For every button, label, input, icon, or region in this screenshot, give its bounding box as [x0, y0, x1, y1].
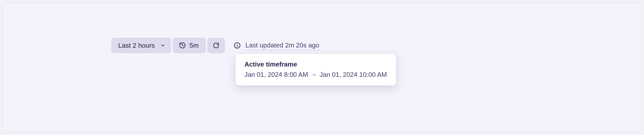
tooltip-range: Jan 01, 2024 8:00 AM → Jan 01, 2024 10:0…: [245, 71, 387, 79]
last-updated-wrap: Last updated 2m 20s ago Active timeframe…: [246, 41, 319, 49]
tooltip-title: Active timeframe: [245, 60, 387, 68]
refresh-interval-selector[interactable]: 5m: [173, 38, 206, 53]
time-range-label: Last 2 hours: [118, 42, 155, 49]
refresh-icon: [212, 42, 220, 49]
arrow-right-icon: →: [311, 71, 317, 79]
chevron-down-icon: [159, 42, 166, 49]
clock-refresh-icon: [179, 42, 186, 49]
last-updated-block: Last updated 2m 20s ago Active timeframe…: [233, 41, 319, 49]
time-range-selector[interactable]: Last 2 hours: [111, 38, 171, 53]
refresh-interval-label: 5m: [190, 42, 199, 49]
info-icon: [233, 42, 241, 49]
timeframe-tooltip: Active timeframe Jan 01, 2024 8:00 AM → …: [235, 54, 396, 86]
time-toolbar: Last 2 hours 5m: [111, 38, 319, 53]
svg-point-2: [237, 44, 237, 44]
page-surface: Last 2 hours 5m: [3, 3, 641, 132]
last-updated-text[interactable]: Last updated 2m 20s ago: [246, 41, 319, 50]
refresh-button[interactable]: [207, 38, 225, 53]
tooltip-from: Jan 01, 2024 8:00 AM: [245, 71, 308, 79]
tooltip-to: Jan 01, 2024 10:00 AM: [320, 71, 387, 79]
